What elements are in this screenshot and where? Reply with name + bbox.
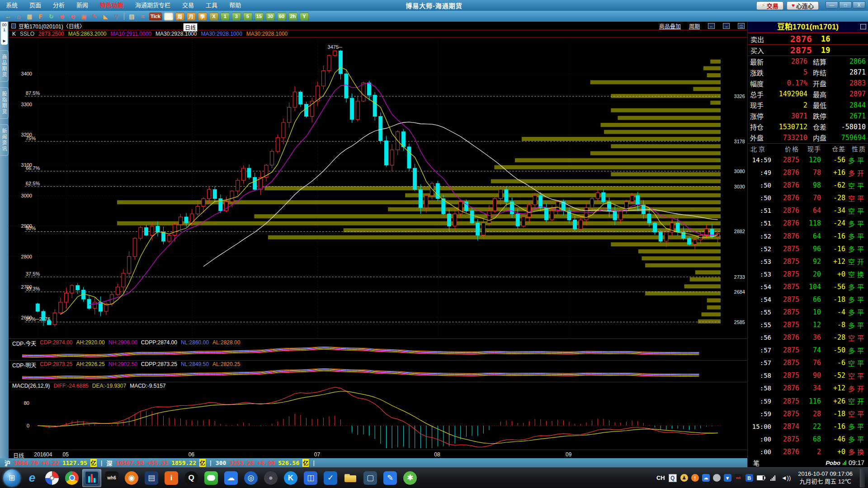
kline-canvas[interactable]: 87.5%332675%317866.7%308062.5%303050%288… xyxy=(9,38,749,338)
compass-orange-icon[interactable]: ◉ xyxy=(122,469,141,487)
sidebar-tab-股指期货[interactable]: 股指期货 xyxy=(0,87,9,119)
filter-icon[interactable]: ▽ xyxy=(112,12,121,20)
search-tray-icon[interactable]: Q xyxy=(669,474,677,482)
pen-icon[interactable]: ✎ xyxy=(90,12,99,20)
svg-text:3178: 3178 xyxy=(734,139,745,144)
month-period-button[interactable]: 月 xyxy=(187,13,196,20)
menu-交易[interactable]: 交易 xyxy=(176,0,200,11)
bluetooth-icon[interactable]: B xyxy=(745,474,753,482)
menu-海通期货专栏[interactable]: 海通期货专栏 xyxy=(129,0,176,11)
wechat-icon[interactable] xyxy=(202,469,221,487)
taskbar-clock[interactable]: 2016-10-07 09:17:06 九月初七 周五 12℃ xyxy=(798,470,853,486)
ie-browser-icon[interactable]: e xyxy=(23,469,42,487)
maximize-button[interactable]: □ xyxy=(839,1,852,9)
zoom-out-icon[interactable]: ⊖ xyxy=(69,12,77,20)
link-周期[interactable]: 周期 xyxy=(689,22,700,30)
sidebar-page-tab[interactable]: 001▶ xyxy=(1,22,8,45)
battery-icon[interactable] xyxy=(757,475,764,480)
menu-工具[interactable]: 工具 xyxy=(200,0,223,11)
macd-pane[interactable]: MACD(26,12,9)DIFF:-24.6885DEA:-19.9307MA… xyxy=(9,382,747,450)
min5-button[interactable]: 5 xyxy=(243,13,252,20)
tick-col-现手: 现手 xyxy=(799,144,821,153)
trend-icon[interactable]: ≈ xyxy=(138,12,147,20)
label-segment: CDP:2873.25 xyxy=(40,361,72,369)
network-signal-icon[interactable] xyxy=(770,475,775,481)
pobo-trading-app-icon[interactable] xyxy=(82,469,101,487)
pen-app-icon[interactable]: ✎ xyxy=(381,469,400,487)
explorer-folder-icon[interactable] xyxy=(341,469,360,487)
ime-indicator[interactable]: CH xyxy=(656,474,665,481)
quarter-period-button[interactable]: 季 xyxy=(198,13,207,20)
wenhua-wh6-icon[interactable]: wh6 xyxy=(102,469,121,487)
back-icon[interactable]: ← xyxy=(4,12,12,20)
main-kline-pane[interactable]: 87.5%332675%317866.7%308062.5%303050%288… xyxy=(9,37,747,338)
x-period-button[interactable]: X xyxy=(209,13,218,20)
menu-新闻[interactable]: 新闻 xyxy=(71,0,94,11)
chrome-icon[interactable] xyxy=(62,469,81,487)
home-icon[interactable]: ⌂ xyxy=(14,12,23,20)
start-button[interactable]: ⊞ xyxy=(3,469,20,487)
min1-button[interactable]: 1 xyxy=(221,13,230,20)
contract-tab-label[interactable]: 豆粕1701(020101)〈日线〉 xyxy=(19,22,85,30)
year-button[interactable]: Y xyxy=(300,13,309,20)
hour2-button[interactable]: 2h xyxy=(288,13,297,20)
steel-app-icon[interactable]: ▢ xyxy=(361,469,380,487)
brush-icon[interactable]: ◣ xyxy=(101,12,110,20)
day-period-button[interactable]: 日 xyxy=(164,13,173,20)
sidebar-tab-新闻资讯[interactable]: 新闻资讯 xyxy=(0,124,9,156)
menu-帮助[interactable]: 帮助 xyxy=(223,0,247,11)
camera-icon[interactable]: ● xyxy=(261,469,280,487)
qq-tray-icon[interactable]: ♟ xyxy=(680,474,688,482)
trade-button[interactable]: ⚡交易 xyxy=(756,1,783,10)
link-商品叠加[interactable]: 商品叠加 xyxy=(659,22,681,30)
security-shield-icon[interactable]: ✓ xyxy=(321,469,340,487)
kplayer-icon[interactable]: K xyxy=(281,469,300,487)
alert-bell-icon[interactable]: ! xyxy=(691,474,699,482)
menu-页面[interactable]: 页面 xyxy=(24,0,47,11)
wh6-tray-icon[interactable]: w6 xyxy=(735,474,742,482)
zoom-in-icon[interactable]: ⊕ xyxy=(58,12,66,20)
min3-button[interactable]: 3 xyxy=(232,13,241,20)
cloud-app-icon[interactable]: ☁ xyxy=(222,469,241,487)
menu-分析[interactable]: 分析 xyxy=(47,0,71,11)
show-desktop-button[interactable] xyxy=(860,469,865,488)
cdp-today-pane[interactable]: CDP-今天CDP:2874.00AH:2920.00NH:2906.00CDP… xyxy=(9,338,747,360)
overlay-icon[interactable]: ▣ xyxy=(80,12,88,20)
fw-icon[interactable]: F xyxy=(36,12,45,20)
cloud-tray-icon[interactable]: ☁ xyxy=(702,474,710,482)
settings-gear-icon[interactable]: ✱ xyxy=(401,469,420,487)
calc-icon[interactable]: ▦ xyxy=(25,12,34,20)
min30-button[interactable]: 30 xyxy=(266,13,275,20)
heart-to-heart-button[interactable]: ♥心连心 xyxy=(787,1,819,10)
week-period-button[interactable]: 周 xyxy=(175,13,184,20)
tim-icon[interactable]: ◫ xyxy=(301,469,320,487)
min15-button[interactable]: 15 xyxy=(255,13,264,20)
sidebar-tab-商品期货[interactable]: 商品期货 xyxy=(0,50,9,82)
minimize-button[interactable]: — xyxy=(826,1,838,9)
shield-tray-icon[interactable]: ▼ xyxy=(724,474,731,482)
menu-系统[interactable]: 系统 xyxy=(0,0,24,11)
month-label-05: 05 xyxy=(63,451,69,458)
pane-split-icon[interactable]: ◫ xyxy=(738,23,745,29)
quote-list-icon[interactable]: ▤ xyxy=(127,12,136,20)
period-axis-label: 日线 xyxy=(13,451,24,459)
compass-blue-icon[interactable]: ◎ xyxy=(241,469,260,487)
panel-restore-icon[interactable] xyxy=(860,24,866,29)
menu-特色功能[interactable]: 特色功能 xyxy=(94,0,129,11)
pane-right-icon[interactable]: → xyxy=(723,23,730,29)
macd-canvas[interactable]: 800 xyxy=(9,382,749,450)
cdp-tomorrow-pane[interactable]: CDP-明天CDP:2873.25AH:2926.25NH:2902.50CDP… xyxy=(9,360,747,382)
window-title: 博易大师-海通期货 xyxy=(406,1,462,10)
navy-app-icon[interactable]: ▤ xyxy=(142,469,161,487)
sphere-tray-icon[interactable] xyxy=(713,474,721,482)
tick-period-button[interactable]: Tick xyxy=(149,13,162,20)
tick-list[interactable]: 14:592875120-56多平:49287678+16多开:50287698… xyxy=(748,154,868,458)
orange-info-icon[interactable]: i xyxy=(162,469,181,487)
undo-icon[interactable]: ↻ xyxy=(47,12,56,20)
qq-icon[interactable]: Q xyxy=(182,469,201,487)
browser-360-icon[interactable] xyxy=(42,469,61,487)
volume-icon[interactable]: ◄)) xyxy=(781,474,791,481)
close-button[interactable]: X xyxy=(853,1,865,9)
min60-button[interactable]: 60 xyxy=(277,13,286,20)
pane-left-icon[interactable]: ← xyxy=(708,23,715,29)
